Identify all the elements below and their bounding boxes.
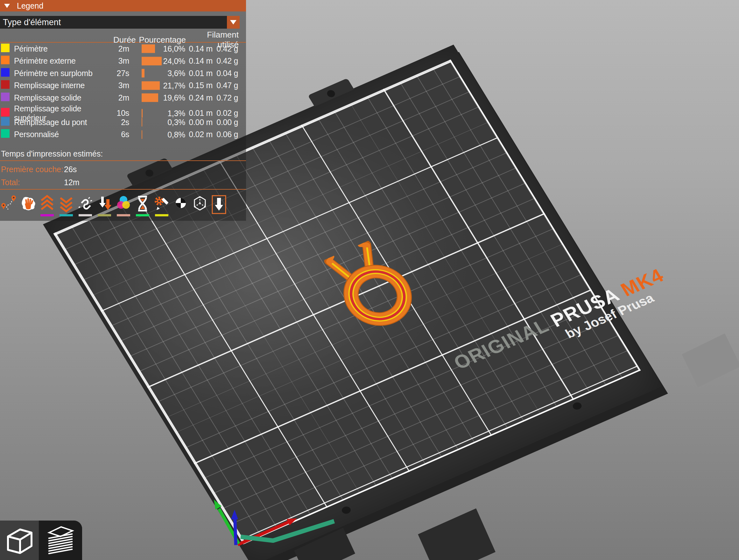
feature-filament-weight: 0.06 g — [214, 130, 240, 139]
feature-filament-length: 0.01 m — [186, 109, 214, 118]
feature-filament-length: 0.15 m — [186, 81, 214, 90]
percentage-bar — [142, 81, 160, 90]
pause-prints-icon[interactable] — [135, 195, 150, 216]
legend-row[interactable]: Remplissage interne 3m 21,7% 0.15 m 0.47… — [0, 79, 246, 92]
feature-percentage: 0,3% — [167, 118, 185, 127]
divider — [0, 189, 246, 190]
column-duration: Durée — [113, 35, 134, 45]
feature-duration: 3m — [113, 81, 134, 90]
legend-table-header: Durée Pourcentage Filament utilisé — [0, 30, 246, 43]
editor-view-button[interactable] — [0, 521, 39, 560]
feature-type-label: Périmètre en surplomb — [14, 69, 113, 78]
dropdown-arrow-icon[interactable] — [227, 16, 240, 29]
feature-filament-weight: 0.47 g — [214, 81, 240, 90]
feature-percentage: 16,0% — [163, 44, 185, 53]
feature-color-swatch — [1, 68, 10, 77]
feature-percentage: 21,7% — [163, 81, 185, 90]
view-toggle — [0, 521, 82, 560]
bed-foot — [682, 334, 739, 387]
feature-filament-weight: 0.42 g — [214, 56, 240, 65]
feature-filament-weight: 0.00 g — [214, 118, 240, 127]
feature-filament-length: 0.02 m — [186, 130, 214, 139]
total-value: 12m — [64, 178, 80, 187]
first-layer-label: Première couche: — [0, 165, 64, 174]
legend-row[interactable]: Périmètre en surplomb 27s 3,6% 0.01 m 0.… — [0, 67, 246, 79]
tool-marker-icon[interactable] — [211, 195, 227, 214]
preview-view-button[interactable] — [39, 521, 82, 560]
divider — [0, 160, 246, 161]
feature-color-swatch — [1, 117, 10, 126]
feature-type-label: Périmètre externe — [14, 56, 113, 65]
tool-changes-icon[interactable] — [97, 195, 112, 216]
total-time: Total: 12m — [0, 178, 246, 187]
feature-filament-length: 0.00 m — [186, 118, 214, 127]
feature-filament-length: 0.01 m — [186, 69, 214, 78]
legend-row[interactable]: Remplissage solide supérieur 10s 1,3% 0.… — [0, 104, 246, 117]
wipe-moves-icon[interactable] — [20, 195, 36, 212]
color-changes-icon[interactable] — [116, 195, 131, 216]
feature-color-swatch — [1, 44, 10, 52]
feature-color-swatch — [1, 108, 10, 117]
first-layer-time: Première couche: 26s — [0, 165, 246, 174]
feature-filament-weight: 0.04 g — [214, 69, 240, 78]
percentage-bar — [142, 130, 142, 139]
feature-duration: 10s — [113, 109, 134, 118]
travel-paths-icon[interactable] — [1, 195, 17, 212]
seams-icon[interactable] — [78, 195, 93, 216]
feature-filament-weight: 0.42 g — [214, 44, 240, 53]
feature-type-label: Remplissage interne — [14, 81, 113, 90]
feature-color-swatch — [1, 92, 10, 101]
legend-row[interactable]: Personnalisé 6s 0,8% 0.02 m 0.06 g — [0, 129, 246, 141]
feature-type-label: Remplissage solide — [14, 93, 113, 103]
feature-percentage: 24,0% — [163, 56, 185, 65]
first-layer-value: 26s — [64, 165, 77, 174]
feature-percentage: 0,8% — [167, 130, 185, 139]
feature-type-label: Périmètre — [14, 44, 113, 53]
custom-gcode-icon[interactable] — [154, 195, 169, 216]
collapse-triangle-icon[interactable] — [4, 4, 10, 8]
legend-row[interactable]: Périmètre 2m 16,0% 0.14 m 0.42 g — [0, 43, 246, 55]
feature-color-swatch — [1, 56, 10, 64]
legend-toolbar — [0, 195, 246, 216]
percentage-bar — [142, 69, 144, 77]
legend-panel: Legend Type d'élément Durée Pourcentage … — [0, 0, 246, 221]
feature-filament-length: 0.14 m — [186, 56, 214, 65]
feature-duration: 27s — [113, 69, 134, 78]
deretractions-icon[interactable] — [58, 195, 74, 216]
feature-duration: 2s — [113, 118, 134, 127]
feature-color-swatch — [1, 129, 10, 138]
feature-duration: 6s — [113, 130, 134, 139]
percentage-bar — [142, 44, 155, 53]
estimated-times-title: Temps d'impression estimés: — [0, 149, 246, 159]
feature-percentage: 19,6% — [163, 93, 185, 103]
percentage-bar — [142, 118, 142, 127]
feature-type-label: Remplissage du pont — [14, 118, 113, 127]
legend-row[interactable]: Périmètre externe 3m 24,0% 0.14 m 0.42 g — [0, 55, 246, 67]
legend-header[interactable]: Legend — [0, 0, 246, 11]
feature-duration: 2m — [113, 44, 134, 53]
feature-color-swatch — [1, 80, 10, 89]
element-type-value: Type d'élément — [0, 16, 240, 29]
percentage-bar — [142, 94, 158, 102]
legend-row[interactable]: Remplissage solide 2m 19,6% 0.24 m 0.72 … — [0, 91, 246, 104]
center-of-gravity-icon[interactable] — [173, 195, 188, 212]
feature-duration: 3m — [113, 56, 134, 65]
element-type-select[interactable]: Type d'élément — [0, 16, 240, 29]
feature-filament-length: 0.24 m — [186, 93, 214, 103]
shells-icon[interactable] — [192, 195, 207, 212]
feature-filament-weight: 0.02 g — [214, 109, 240, 118]
legend-rows: Périmètre 2m 16,0% 0.14 m 0.42 g Périmèt… — [0, 43, 246, 141]
retractions-icon[interactable] — [39, 195, 55, 216]
feature-duration: 2m — [113, 93, 134, 103]
total-label: Total: — [0, 178, 64, 187]
percentage-bar — [142, 57, 162, 65]
legend-title: Legend — [17, 1, 43, 10]
legend-row[interactable]: Remplissage du pont 2s 0,3% 0.00 m 0.00 … — [0, 116, 246, 129]
feature-type-label: Personnalisé — [14, 130, 113, 139]
feature-filament-length: 0.14 m — [186, 44, 214, 53]
feature-percentage: 3,6% — [167, 69, 185, 78]
feature-filament-weight: 0.72 g — [214, 93, 240, 103]
